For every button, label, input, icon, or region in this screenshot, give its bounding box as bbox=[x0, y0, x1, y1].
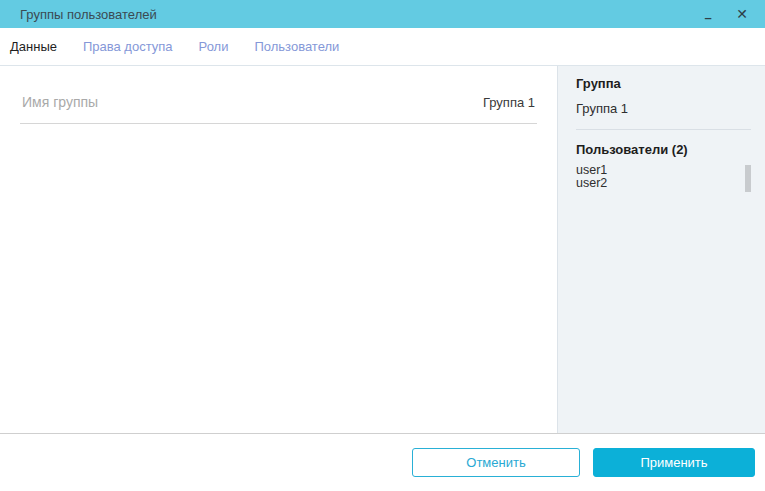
tab-access-rights[interactable]: Права доступа bbox=[83, 39, 173, 54]
tab-roles[interactable]: Роли bbox=[199, 39, 229, 54]
group-name-field[interactable]: Имя группы Группа 1 bbox=[20, 86, 537, 124]
content-area: Имя группы Группа 1 Группа Группа 1 Поль… bbox=[0, 66, 765, 433]
minimize-icon[interactable]: – bbox=[691, 0, 725, 28]
titlebar: Группы пользователей – ✕ bbox=[0, 0, 765, 28]
tab-bar: Данные Права доступа Роли Пользователи bbox=[0, 28, 765, 66]
group-header: Группа bbox=[576, 76, 751, 91]
main-form: Имя группы Группа 1 bbox=[0, 66, 557, 433]
group-value: Группа 1 bbox=[576, 101, 751, 116]
window-controls: – ✕ bbox=[691, 0, 765, 28]
footer: Отменить Применить bbox=[0, 433, 765, 491]
user-groups-dialog: Группы пользователей – ✕ Данные Права до… bbox=[0, 0, 765, 491]
users-header: Пользователи (2) bbox=[576, 142, 751, 157]
list-item: user2 bbox=[576, 177, 739, 190]
window-title: Группы пользователей bbox=[20, 7, 157, 22]
scrollbar-thumb[interactable] bbox=[745, 165, 751, 192]
apply-button[interactable]: Применить bbox=[593, 448, 755, 477]
close-icon[interactable]: ✕ bbox=[725, 0, 759, 28]
group-name-value: Группа 1 bbox=[483, 95, 535, 110]
panel-divider bbox=[576, 129, 751, 130]
tab-users[interactable]: Пользователи bbox=[254, 39, 339, 54]
summary-panel: Группа Группа 1 Пользователи (2) user1 u… bbox=[557, 66, 765, 433]
cancel-button[interactable]: Отменить bbox=[412, 448, 580, 477]
users-list: user1 user2 bbox=[576, 164, 751, 190]
tab-data[interactable]: Данные bbox=[10, 39, 57, 54]
group-name-placeholder: Имя группы bbox=[22, 94, 98, 110]
